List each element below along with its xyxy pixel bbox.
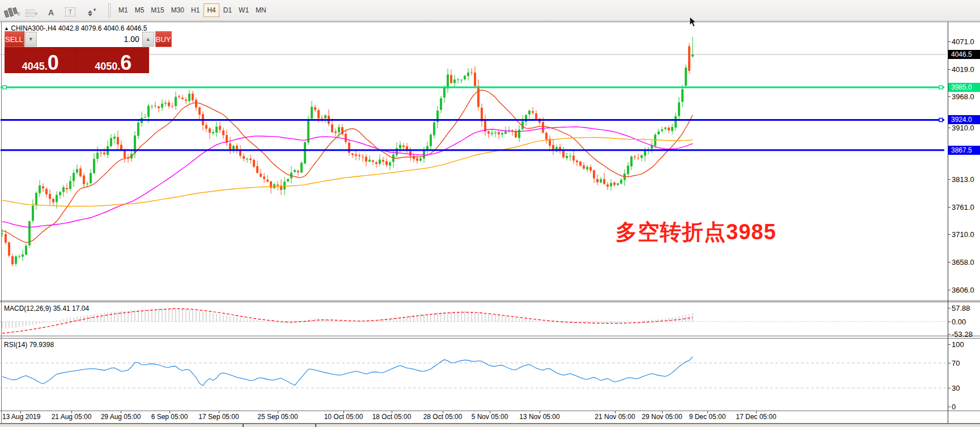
axis-tick-mark <box>948 344 951 345</box>
rsi-label: RSI(14) 79.9398 <box>4 341 54 349</box>
date-label: 21 Aug 05:00 <box>52 413 92 421</box>
date-label: 18 Oct 05:00 <box>372 413 411 421</box>
price-tick-3813.0: 3813.0 <box>952 175 974 184</box>
axis-tick-mark <box>948 96 951 97</box>
date-label: 9 Dec 05:00 <box>689 413 726 421</box>
macd-tick-0.00: 0.00 <box>952 318 966 326</box>
price-tick-3658.0: 3658.0 <box>952 258 974 267</box>
volume-input[interactable] <box>37 32 142 46</box>
arrows-tool-icon[interactable]: ▾ <box>80 2 103 18</box>
macd-tick-57.88: 57.88 <box>952 304 970 312</box>
axis-tick-mark <box>948 388 951 388</box>
date-tick-mark <box>540 411 540 413</box>
main-macd-separator-a[interactable] <box>0 301 980 301</box>
dropdown-caret-icon: ▾ <box>94 7 96 12</box>
rsi-panel[interactable] <box>0 339 948 411</box>
volume-decrease-button[interactable]: ▼ <box>25 32 37 46</box>
date-tick-mark <box>707 411 708 413</box>
axis-tick-mark <box>948 41 951 42</box>
axis-tick-mark <box>948 308 951 308</box>
date-label: 6 Sep 05:00 <box>151 413 188 421</box>
rsi-tick-70: 70 <box>952 359 960 367</box>
text-label-icon[interactable]: A <box>42 2 60 18</box>
timeframe-m5[interactable]: M5 <box>132 3 147 17</box>
timeframe-m30[interactable]: M30 <box>168 3 187 17</box>
date-tick-mark <box>71 411 72 413</box>
date-tick-mark <box>169 411 170 413</box>
price-tick-3710.0: 3710.0 <box>952 230 974 239</box>
timeframe-m15[interactable]: M15 <box>148 3 167 17</box>
axis-tick-mark <box>948 262 951 263</box>
date-tick-mark <box>278 411 278 413</box>
axis-tick-mark <box>948 334 951 335</box>
timeframe-h4[interactable]: H4 <box>203 3 219 17</box>
axis-tick-mark <box>948 322 951 322</box>
date-label: 29 Aug 05:00 <box>101 413 141 421</box>
grid-fibo-icon[interactable]: F <box>23 2 41 18</box>
rsi-tick-30: 30 <box>952 384 960 392</box>
date-tick-mark <box>443 411 443 413</box>
price-tick-3968.0: 3968.0 <box>952 92 974 101</box>
axis-tick-mark <box>948 69 951 70</box>
level-badge-3985.0: 3985.0 <box>948 83 980 92</box>
chart-window-top-border <box>0 22 980 22</box>
sell-button[interactable]: SELL <box>5 31 24 47</box>
timeframe-w1[interactable]: W1 <box>236 3 252 17</box>
axis-tick-mark <box>948 128 951 128</box>
date-label: 25 Sep 05:00 <box>257 413 298 421</box>
timeframe-h1[interactable]: H1 <box>188 3 202 17</box>
bottom-strip-divider <box>243 424 244 427</box>
axis-tick-mark <box>948 363 951 363</box>
grid-icon <box>26 10 35 16</box>
date-label: 10 Oct 05:00 <box>324 413 363 421</box>
price-tick-4071.0: 4071.0 <box>952 37 974 46</box>
timeframe-mn[interactable]: MN <box>253 3 269 17</box>
macd-label: MACD(12,26,9) 35.41 17.04 <box>4 305 89 312</box>
buy-price-display[interactable]: 4050 . 6 <box>78 48 150 73</box>
date-label: 17 Sep 05:00 <box>198 413 239 421</box>
icon-sub-f: F <box>35 12 38 16</box>
axis-tick-mark <box>948 407 951 407</box>
date-label: 17 Dec 05:00 <box>736 413 776 421</box>
date-label: 29 Nov 05:00 <box>642 413 682 421</box>
sell-price-big-digit: 0 <box>48 55 59 71</box>
date-tick-mark <box>662 411 663 413</box>
date-tick-mark <box>121 411 121 413</box>
toolbar-grip[interactable] <box>108 3 111 17</box>
rsi-tick-0: 0 <box>952 403 956 411</box>
macd-panel[interactable] <box>0 302 948 336</box>
date-tick-mark <box>20 411 21 413</box>
mouse-cursor-icon <box>689 17 698 28</box>
date-tick-mark <box>490 411 490 413</box>
date-tick-mark <box>219 411 219 413</box>
date-tick-mark <box>615 411 616 413</box>
current-price-badge: 4046.5 <box>948 50 980 59</box>
symbol-marker-icon: ▲ <box>4 26 9 31</box>
level-badge-3924.0: 3924.0 <box>948 115 980 124</box>
price-tick-3910.0: 3910.0 <box>952 124 974 132</box>
volume-increase-button[interactable]: ▲ <box>142 32 154 46</box>
sort-arrows-icon <box>88 10 92 16</box>
chart-styles-icon[interactable]: E <box>3 2 22 18</box>
timeframe-d1[interactable]: D1 <box>220 3 235 17</box>
price-tick-3606.0: 3606.0 <box>952 286 974 294</box>
axis-tick-mark <box>948 179 951 180</box>
bottom-strip-divider <box>315 424 316 427</box>
date-tick-mark <box>343 411 344 413</box>
text-box-icon[interactable]: T <box>61 2 79 18</box>
rsi-tick-100: 100 <box>952 340 964 349</box>
timeframe-m1[interactable]: M1 <box>116 3 131 17</box>
buy-price-big-digit: 6 <box>120 55 131 71</box>
sell-price-display[interactable]: 4045 . 0 <box>5 48 77 73</box>
date-tick-mark <box>756 411 757 413</box>
date-label: 13 Nov 05:00 <box>519 413 559 421</box>
buy-price-main: 4050 <box>95 61 117 71</box>
buy-button[interactable]: BUY <box>155 31 172 47</box>
axis-tick-mark <box>948 290 951 290</box>
chart-text-annotation: 多空转折点3985 <box>616 218 777 247</box>
price-tick-4019.0: 4019.0 <box>952 65 974 74</box>
date-label: 21 Nov 05:00 <box>595 413 635 421</box>
date-label: 13 Aug 2019 <box>2 413 40 421</box>
macd-rsi-separator-a[interactable] <box>0 336 980 336</box>
timeframe-group: M1M5M15M30H1H4D1W1MN <box>116 3 269 17</box>
